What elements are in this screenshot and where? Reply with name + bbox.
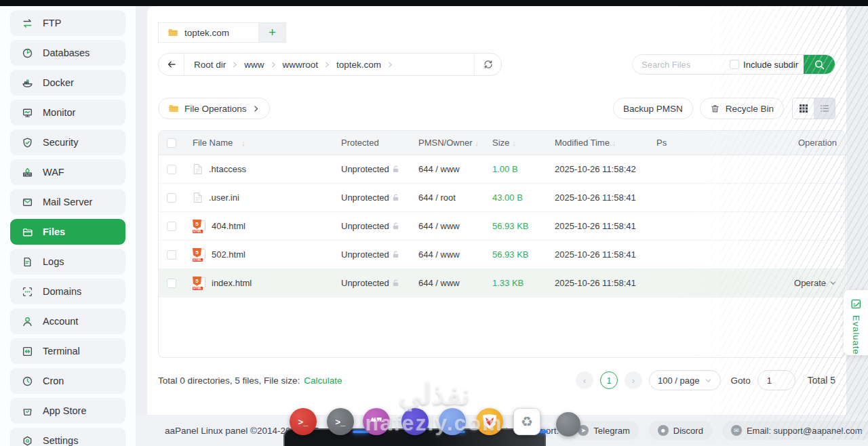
sort-icon[interactable]: ↓ <box>241 139 245 147</box>
refresh-button[interactable] <box>474 54 501 75</box>
backup-pmsn-button[interactable]: Backup PMSN <box>613 98 693 119</box>
sidebar-item-label: Logs <box>43 256 64 267</box>
sidebar-item-security[interactable]: Security <box>10 129 125 155</box>
floating-app-icon-quotes[interactable]: ❝❞ <box>363 408 390 435</box>
floating-app-icon-terminal-red[interactable]: >_ <box>290 408 317 435</box>
evaluate-button[interactable]: Evaluate <box>844 290 868 355</box>
sidebar-item-terminal[interactable]: Terminal <box>10 338 125 364</box>
col-size[interactable]: Size <box>492 138 509 148</box>
sidebar-item-waf[interactable]: WAF <box>10 159 125 185</box>
table-row[interactable]: .user.ini Unprotected 644 / root 43.00 B… <box>159 184 845 212</box>
plus-icon: + <box>269 25 276 40</box>
file-operations-button[interactable]: File Operations <box>158 98 270 119</box>
sort-icon[interactable]: ↓ <box>512 139 516 147</box>
file-name[interactable]: index.html <box>212 278 252 288</box>
sidebar-item-logs[interactable]: Logs <box>10 249 125 275</box>
search-input[interactable] <box>633 60 730 70</box>
file-name[interactable]: 502.html <box>212 249 245 260</box>
breadcrumb: Root dir www wwwroot toptek.com <box>184 60 474 70</box>
next-page-button[interactable]: › <box>625 371 642 389</box>
protected-status: Unprotected <box>341 278 389 288</box>
row-checkbox[interactable] <box>167 279 176 288</box>
row-checkbox[interactable] <box>167 193 176 203</box>
col-modified-time[interactable]: Modified Time <box>555 138 610 148</box>
include-subdir-option[interactable]: Include subdir <box>730 60 798 70</box>
sort-icon[interactable]: ↓ <box>475 139 479 147</box>
unlock-icon[interactable] <box>391 250 400 259</box>
floating-app-icon-gray-2[interactable] <box>556 412 580 437</box>
sort-icon[interactable]: ↓ <box>612 139 616 147</box>
table-row[interactable]: 5HTML 404.html Unprotected 644 / www 56.… <box>159 212 845 241</box>
sidebar-item-label: Monitor <box>43 107 75 118</box>
breadcrumb-wwwroot[interactable]: wwwroot <box>283 60 319 70</box>
sidebar-item-ftp[interactable]: FTP <box>10 10 125 36</box>
chevron-right-icon <box>387 61 394 68</box>
grid-icon <box>799 104 808 113</box>
file-operations-label: File Operations <box>184 104 247 114</box>
sidebar-item-settings[interactable]: Settings <box>10 428 125 446</box>
file-name[interactable]: .htaccess <box>209 164 246 174</box>
breadcrumb-www[interactable]: www <box>244 60 264 70</box>
app-window: FTP Databases Docker Monitor Security WA… <box>0 0 868 446</box>
select-all-checkbox[interactable] <box>167 138 176 148</box>
col-pmsn-owner[interactable]: PMSN/Owner <box>418 138 472 148</box>
folder-icon <box>167 27 178 38</box>
email-button[interactable]: ✉Email: support@aapanel.com <box>722 421 868 440</box>
calculate-link[interactable]: Calculate <box>304 376 342 386</box>
app-store-icon <box>22 405 33 417</box>
add-tab-button[interactable]: + <box>259 22 286 43</box>
file-name[interactable]: 404.html <box>212 221 245 231</box>
floating-app-icon-terminal-gray[interactable]: >_ <box>327 408 354 435</box>
search-button[interactable] <box>804 54 835 75</box>
floating-app-icon-blue[interactable] <box>439 408 466 435</box>
operate-label: Operate <box>794 278 826 288</box>
prev-page-button[interactable]: ‹ <box>576 371 593 389</box>
refresh-icon <box>483 59 494 70</box>
floating-app-icon-purple[interactable] <box>401 408 429 435</box>
sidebar-item-cron[interactable]: Cron <box>10 368 125 394</box>
sidebar-item-mail-server[interactable]: Mail Server <box>10 189 125 215</box>
include-subdir-checkbox[interactable] <box>730 60 739 69</box>
breadcrumb-root[interactable]: Root dir <box>194 60 226 70</box>
current-page-button[interactable]: 1 <box>600 371 618 389</box>
col-file-name[interactable]: File Name <box>193 138 233 148</box>
sidebar-item-label: FTP <box>43 18 61 28</box>
sidebar-item-domains[interactable]: Domains <box>10 279 125 304</box>
terminal-icon <box>22 346 33 357</box>
unlock-icon[interactable] <box>391 279 400 287</box>
row-checkbox[interactable] <box>167 222 176 231</box>
breadcrumb-toptek[interactable]: toptek.com <box>336 60 381 70</box>
grid-view-button[interactable] <box>793 98 814 119</box>
table-row[interactable]: 5HTML 502.html Unprotected 644 / www 56.… <box>159 241 845 269</box>
sidebar-item-account[interactable]: Account <box>10 308 125 334</box>
unlock-icon[interactable] <box>391 165 400 174</box>
unlock-icon[interactable] <box>391 222 400 230</box>
file-name[interactable]: .user.ini <box>209 192 239 203</box>
sidebar-item-label: Docker <box>43 77 74 88</box>
table-row[interactable]: .htaccess Unprotected 644 / www 1.00 B 2… <box>159 155 845 184</box>
recycle-bin-button[interactable]: Recycle Bin <box>700 98 784 119</box>
sidebar-item-label: Cron <box>43 376 64 386</box>
back-button[interactable] <box>159 54 184 75</box>
modified-time: 2025-10-26 11:58:41 <box>555 192 636 203</box>
goto-page-input[interactable] <box>757 370 795 390</box>
discord-button[interactable]: ☻Discord <box>649 421 712 440</box>
unlock-icon[interactable] <box>391 193 400 202</box>
operate-dropdown[interactable]: Operate <box>794 278 837 288</box>
floating-app-icon-brave[interactable] <box>476 408 503 435</box>
page-size-select[interactable]: 100 / page <box>649 370 721 390</box>
pmsn-owner: 644 / www <box>418 164 460 174</box>
sidebar-item-docker[interactable]: Docker <box>10 70 125 96</box>
tab-toptek[interactable]: toptek.com <box>158 22 259 43</box>
floating-app-icon-recycle[interactable]: ♻ <box>513 408 540 435</box>
table-row-hover[interactable]: 5HTML index.html Unprotected 644 / www 1… <box>159 269 845 298</box>
sidebar-item-app-store[interactable]: App Store <box>10 398 125 424</box>
sidebar-item-files[interactable]: Files <box>10 219 125 245</box>
protected-status: Unprotected <box>341 249 389 260</box>
sidebar-item-monitor[interactable]: Monitor <box>10 100 125 125</box>
row-checkbox[interactable] <box>167 250 176 260</box>
file-size: 1.00 B <box>492 164 518 174</box>
list-view-button[interactable] <box>814 98 835 119</box>
row-checkbox[interactable] <box>167 165 176 174</box>
sidebar-item-databases[interactable]: Databases <box>10 40 125 66</box>
